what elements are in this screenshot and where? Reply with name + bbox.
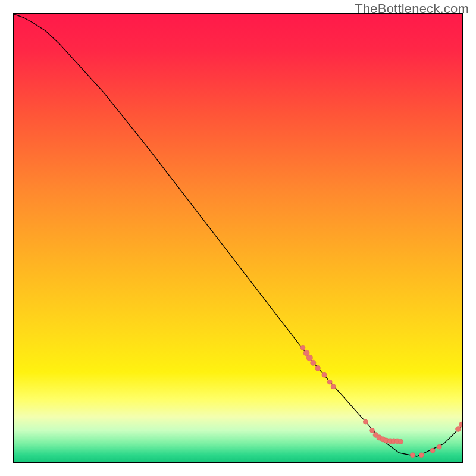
data-point <box>363 419 368 424</box>
data-point <box>300 345 305 350</box>
data-point <box>327 380 332 384</box>
data-point <box>315 365 320 371</box>
watermark-text: TheBottleneck.com <box>355 1 469 17</box>
data-point <box>322 372 327 377</box>
chart-svg <box>14 14 462 462</box>
data-point <box>306 355 312 361</box>
plot-area <box>13 13 463 463</box>
data-point <box>419 453 424 458</box>
data-point <box>430 448 435 453</box>
data-point <box>399 439 403 444</box>
data-point <box>370 428 375 433</box>
data-point <box>311 360 316 365</box>
chart-container: TheBottleneck.com <box>0 0 476 476</box>
data-point <box>456 427 461 432</box>
data-point <box>331 384 336 389</box>
data-point <box>410 453 415 458</box>
data-point <box>437 444 441 449</box>
background-gradient <box>14 14 462 462</box>
